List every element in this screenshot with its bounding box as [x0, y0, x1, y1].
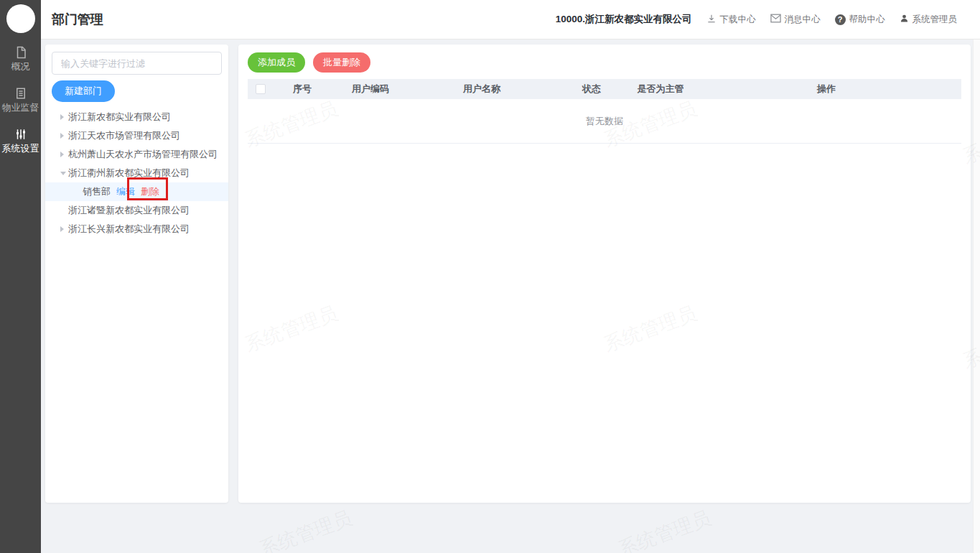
sidebar-item-overview[interactable]: 概况	[0, 46, 41, 73]
column-header-user-code: 用户编码	[331, 83, 410, 96]
avatar[interactable]	[6, 4, 35, 33]
department-tree-panel: 新建部门 浙江新农都实业有限公司 浙江天农市场管理有限公司 杭州萧山天农水产市场…	[45, 45, 228, 503]
user-icon	[900, 14, 909, 25]
tree-node-label: 浙江新农都实业有限公司	[68, 111, 171, 124]
tree-node-label: 浙江衢州新农都实业有限公司	[68, 167, 190, 180]
tree-node-expanded[interactable]: 浙江衢州新农都实业有限公司	[45, 164, 228, 182]
help-center-label: 帮助中心	[849, 14, 885, 26]
new-department-button[interactable]: 新建部门	[52, 80, 115, 102]
help-icon: ?	[835, 14, 846, 25]
add-member-button[interactable]: 添加成员	[248, 52, 305, 73]
download-center-link[interactable]: 下载中心	[706, 14, 756, 26]
company-name: 10000.浙江新农都实业有限公司	[556, 13, 692, 26]
delete-department-link[interactable]: 删除	[141, 185, 159, 198]
caret-right-icon[interactable]	[60, 114, 64, 120]
tree-filter-input[interactable]	[52, 52, 222, 75]
batch-delete-button[interactable]: 批量删除	[313, 52, 370, 73]
download-icon	[706, 14, 717, 26]
tree-node-sales-dept[interactable]: 销售部 编辑 删除	[45, 182, 228, 201]
tree-node[interactable]: 浙江天农市场管理有限公司	[45, 126, 228, 145]
tree-node[interactable]: 浙江长兴新农都实业有限公司	[45, 220, 228, 238]
tree-node-label: 浙江长兴新农都实业有限公司	[68, 223, 190, 236]
message-center-link[interactable]: 消息中心	[770, 14, 821, 26]
app-sidebar: 概况 物业监督 系统设置	[0, 0, 41, 553]
message-center-label: 消息中心	[785, 14, 821, 26]
document-list-icon	[0, 87, 41, 100]
current-user-label: 系统管理员	[913, 14, 958, 26]
edit-department-link[interactable]: 编辑	[116, 185, 135, 198]
caret-right-icon[interactable]	[60, 226, 64, 232]
current-user-link[interactable]: 系统管理员	[900, 14, 958, 26]
file-icon	[0, 46, 41, 59]
tree-node-label: 浙江诸暨新农都实业有限公司	[68, 204, 190, 217]
topbar: 部门管理 10000.浙江新农都实业有限公司 下载中心 消息中心 ? 帮助中心 …	[41, 0, 980, 40]
watermark-text: 系统管理员	[615, 505, 714, 553]
caret-down-icon[interactable]	[60, 172, 66, 175]
page-title: 部门管理	[52, 11, 103, 28]
empty-state: 暂无数据	[248, 99, 961, 144]
topbar-right: 10000.浙江新农都实业有限公司 下载中心 消息中心 ? 帮助中心 系统管理员	[556, 13, 957, 26]
watermark-text: 系统管理员	[256, 505, 355, 553]
mail-icon	[770, 14, 781, 25]
sidebar-item-label: 物业监督	[2, 102, 39, 113]
vertical-scrollbar[interactable]	[973, 40, 980, 553]
select-all-checkbox[interactable]	[256, 84, 266, 94]
tree-node[interactable]: 浙江诸暨新农都实业有限公司	[45, 201, 228, 220]
tree-node-label: 杭州萧山天农水产市场管理有限公司	[68, 148, 218, 161]
sidebar-item-system-settings[interactable]: 系统设置	[0, 128, 41, 154]
help-center-link[interactable]: ? 帮助中心	[835, 14, 885, 26]
sidebar-item-label: 系统设置	[2, 143, 39, 154]
download-center-label: 下载中心	[720, 14, 756, 26]
sidebar-item-property-supervision[interactable]: 物业监督	[0, 87, 41, 113]
column-header-is-supervisor: 是否为主管	[630, 83, 691, 96]
tree-node-label: 销售部	[83, 185, 111, 198]
tree-node-label: 浙江天农市场管理有限公司	[68, 129, 180, 142]
caret-right-icon[interactable]	[60, 152, 64, 157]
table-header-row: 序号 用户编码 用户名称 状态 是否为主管 操作	[248, 79, 961, 99]
tree-node[interactable]: 浙江新农都实业有限公司	[45, 108, 228, 126]
sidebar-item-label: 概况	[11, 61, 30, 72]
department-tree: 浙江新农都实业有限公司 浙江天农市场管理有限公司 杭州萧山天农水产市场管理有限公…	[45, 108, 228, 238]
tree-node[interactable]: 杭州萧山天农水产市场管理有限公司	[45, 145, 228, 164]
column-header-index: 序号	[274, 83, 331, 96]
column-header-actions: 操作	[691, 83, 961, 96]
column-header-status: 状态	[554, 83, 630, 96]
members-panel: 添加成员 批量删除 序号 用户编码 用户名称 状态 是否为主管 操作 暂无数据	[238, 45, 971, 503]
caret-right-icon[interactable]	[60, 133, 64, 139]
sliders-icon	[0, 128, 41, 141]
column-header-user-name: 用户名称	[410, 83, 554, 96]
